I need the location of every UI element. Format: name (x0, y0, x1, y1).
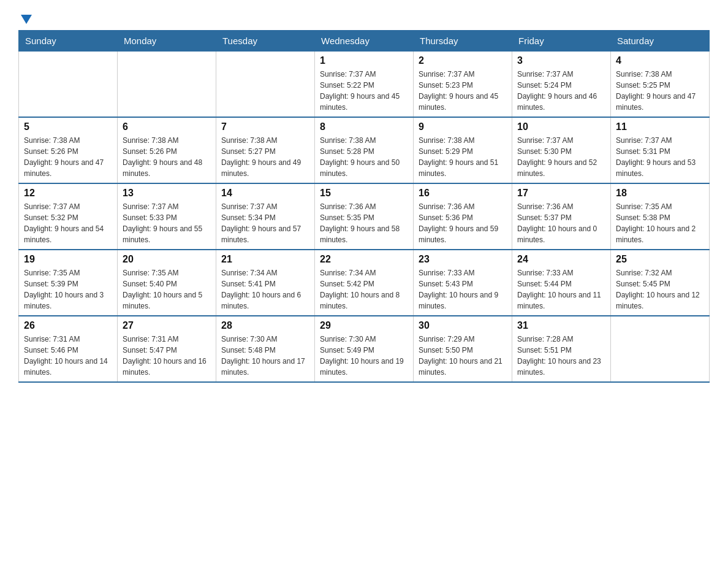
day-info: Sunrise: 7:38 AMSunset: 5:25 PMDaylight:… (616, 69, 704, 113)
calendar-cell: 6Sunrise: 7:38 AMSunset: 5:26 PMDaylight… (118, 117, 216, 183)
day-number: 6 (123, 121, 211, 132)
calendar-cell: 14Sunrise: 7:37 AMSunset: 5:34 PMDayligh… (216, 183, 315, 250)
day-info: Sunrise: 7:34 AMSunset: 5:42 PMDaylight:… (320, 267, 408, 312)
calendar-cell: 20Sunrise: 7:35 AMSunset: 5:40 PMDayligh… (118, 250, 216, 316)
weekday-header-thursday: Thursday (414, 31, 512, 52)
week-row-1: 1Sunrise: 7:37 AMSunset: 5:22 PMDaylight… (19, 52, 710, 118)
calendar-cell: 26Sunrise: 7:31 AMSunset: 5:46 PMDayligh… (19, 316, 118, 382)
weekday-header-tuesday: Tuesday (216, 31, 315, 52)
day-number: 9 (419, 121, 507, 132)
calendar-cell: 25Sunrise: 7:32 AMSunset: 5:45 PMDayligh… (611, 250, 710, 316)
day-number: 25 (616, 254, 704, 265)
logo-triangle-icon (21, 15, 32, 24)
calendar-cell: 29Sunrise: 7:30 AMSunset: 5:49 PMDayligh… (315, 316, 414, 382)
calendar-cell: 15Sunrise: 7:36 AMSunset: 5:35 PMDayligh… (315, 183, 414, 250)
calendar-cell: 23Sunrise: 7:33 AMSunset: 5:43 PMDayligh… (414, 250, 512, 316)
day-number: 14 (221, 188, 309, 199)
day-number: 11 (616, 121, 704, 132)
day-number: 15 (320, 188, 408, 199)
day-info: Sunrise: 7:36 AMSunset: 5:36 PMDaylight:… (419, 201, 507, 245)
day-number: 26 (24, 320, 112, 331)
day-number: 19 (24, 254, 112, 265)
calendar-cell: 2Sunrise: 7:37 AMSunset: 5:23 PMDaylight… (414, 52, 512, 118)
weekday-header-sunday: Sunday (19, 31, 118, 52)
day-info: Sunrise: 7:31 AMSunset: 5:46 PMDaylight:… (24, 334, 112, 378)
day-info: Sunrise: 7:38 AMSunset: 5:28 PMDaylight:… (320, 135, 408, 179)
day-number: 4 (616, 55, 704, 66)
calendar-cell (611, 316, 710, 382)
day-info: Sunrise: 7:37 AMSunset: 5:33 PMDaylight:… (123, 201, 211, 245)
day-info: Sunrise: 7:29 AMSunset: 5:50 PMDaylight:… (419, 334, 507, 378)
calendar-cell: 9Sunrise: 7:38 AMSunset: 5:29 PMDaylight… (414, 117, 512, 183)
day-info: Sunrise: 7:37 AMSunset: 5:32 PMDaylight:… (24, 201, 112, 245)
day-number: 31 (517, 320, 605, 331)
day-number: 1 (320, 55, 408, 66)
calendar-cell: 27Sunrise: 7:31 AMSunset: 5:47 PMDayligh… (118, 316, 216, 382)
day-number: 7 (221, 121, 309, 132)
day-info: Sunrise: 7:37 AMSunset: 5:24 PMDaylight:… (517, 69, 605, 113)
calendar-cell: 8Sunrise: 7:38 AMSunset: 5:28 PMDaylight… (315, 117, 414, 183)
calendar-cell: 3Sunrise: 7:37 AMSunset: 5:24 PMDaylight… (512, 52, 611, 118)
logo (18, 12, 32, 24)
calendar-cell: 13Sunrise: 7:37 AMSunset: 5:33 PMDayligh… (118, 183, 216, 250)
week-row-3: 12Sunrise: 7:37 AMSunset: 5:32 PMDayligh… (19, 183, 710, 250)
calendar-cell: 19Sunrise: 7:35 AMSunset: 5:39 PMDayligh… (19, 250, 118, 316)
day-info: Sunrise: 7:37 AMSunset: 5:31 PMDaylight:… (616, 135, 704, 179)
calendar-cell (118, 52, 216, 118)
weekday-header-friday: Friday (512, 31, 611, 52)
calendar-cell: 24Sunrise: 7:33 AMSunset: 5:44 PMDayligh… (512, 250, 611, 316)
day-info: Sunrise: 7:31 AMSunset: 5:47 PMDaylight:… (123, 334, 211, 378)
day-number: 29 (320, 320, 408, 331)
calendar-cell: 30Sunrise: 7:29 AMSunset: 5:50 PMDayligh… (414, 316, 512, 382)
day-number: 8 (320, 121, 408, 132)
calendar-cell: 16Sunrise: 7:36 AMSunset: 5:36 PMDayligh… (414, 183, 512, 250)
day-number: 10 (517, 121, 605, 132)
day-number: 20 (123, 254, 211, 265)
week-row-2: 5Sunrise: 7:38 AMSunset: 5:26 PMDaylight… (19, 117, 710, 183)
day-number: 17 (517, 188, 605, 199)
week-row-5: 26Sunrise: 7:31 AMSunset: 5:46 PMDayligh… (19, 316, 710, 382)
calendar-cell: 22Sunrise: 7:34 AMSunset: 5:42 PMDayligh… (315, 250, 414, 316)
calendar-cell: 17Sunrise: 7:36 AMSunset: 5:37 PMDayligh… (512, 183, 611, 250)
day-info: Sunrise: 7:35 AMSunset: 5:39 PMDaylight:… (24, 267, 112, 312)
day-info: Sunrise: 7:37 AMSunset: 5:30 PMDaylight:… (517, 135, 605, 179)
calendar-cell: 10Sunrise: 7:37 AMSunset: 5:30 PMDayligh… (512, 117, 611, 183)
day-info: Sunrise: 7:38 AMSunset: 5:27 PMDaylight:… (221, 135, 309, 179)
day-info: Sunrise: 7:35 AMSunset: 5:40 PMDaylight:… (123, 267, 211, 312)
calendar-cell: 4Sunrise: 7:38 AMSunset: 5:25 PMDaylight… (611, 52, 710, 118)
calendar-cell: 21Sunrise: 7:34 AMSunset: 5:41 PMDayligh… (216, 250, 315, 316)
day-info: Sunrise: 7:33 AMSunset: 5:44 PMDaylight:… (517, 267, 605, 312)
weekday-header-monday: Monday (118, 31, 216, 52)
day-info: Sunrise: 7:38 AMSunset: 5:29 PMDaylight:… (419, 135, 507, 179)
calendar-cell: 5Sunrise: 7:38 AMSunset: 5:26 PMDaylight… (19, 117, 118, 183)
day-info: Sunrise: 7:37 AMSunset: 5:22 PMDaylight:… (320, 69, 408, 113)
calendar-cell: 7Sunrise: 7:38 AMSunset: 5:27 PMDaylight… (216, 117, 315, 183)
day-number: 13 (123, 188, 211, 199)
day-info: Sunrise: 7:37 AMSunset: 5:34 PMDaylight:… (221, 201, 309, 245)
day-number: 28 (221, 320, 309, 331)
day-info: Sunrise: 7:28 AMSunset: 5:51 PMDaylight:… (517, 334, 605, 378)
day-number: 22 (320, 254, 408, 265)
day-info: Sunrise: 7:36 AMSunset: 5:35 PMDaylight:… (320, 201, 408, 245)
day-number: 12 (24, 188, 112, 199)
day-info: Sunrise: 7:38 AMSunset: 5:26 PMDaylight:… (24, 135, 112, 179)
day-info: Sunrise: 7:34 AMSunset: 5:41 PMDaylight:… (221, 267, 309, 312)
day-info: Sunrise: 7:30 AMSunset: 5:48 PMDaylight:… (221, 334, 309, 378)
week-row-4: 19Sunrise: 7:35 AMSunset: 5:39 PMDayligh… (19, 250, 710, 316)
weekday-header-saturday: Saturday (611, 31, 710, 52)
calendar-cell: 28Sunrise: 7:30 AMSunset: 5:48 PMDayligh… (216, 316, 315, 382)
day-number: 16 (419, 188, 507, 199)
day-info: Sunrise: 7:37 AMSunset: 5:23 PMDaylight:… (419, 69, 507, 113)
calendar-cell: 31Sunrise: 7:28 AMSunset: 5:51 PMDayligh… (512, 316, 611, 382)
day-number: 2 (419, 55, 507, 66)
day-number: 24 (517, 254, 605, 265)
day-number: 30 (419, 320, 507, 331)
calendar-cell: 12Sunrise: 7:37 AMSunset: 5:32 PMDayligh… (19, 183, 118, 250)
day-info: Sunrise: 7:38 AMSunset: 5:26 PMDaylight:… (123, 135, 211, 179)
calendar-table: SundayMondayTuesdayWednesdayThursdayFrid… (18, 30, 710, 383)
day-number: 27 (123, 320, 211, 331)
day-info: Sunrise: 7:30 AMSunset: 5:49 PMDaylight:… (320, 334, 408, 378)
day-info: Sunrise: 7:35 AMSunset: 5:38 PMDaylight:… (616, 201, 704, 245)
day-info: Sunrise: 7:32 AMSunset: 5:45 PMDaylight:… (616, 267, 704, 312)
calendar-cell: 1Sunrise: 7:37 AMSunset: 5:22 PMDaylight… (315, 52, 414, 118)
